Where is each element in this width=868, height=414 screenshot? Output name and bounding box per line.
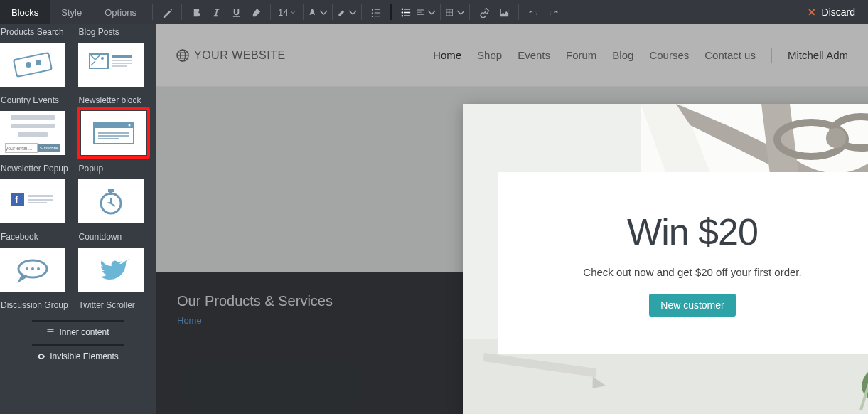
tab-options[interactable]: Options [93, 0, 148, 24]
svg-rect-17 [98, 135, 129, 137]
svg-rect-14 [94, 122, 134, 128]
eraser-icon[interactable] [246, 0, 266, 24]
svg-text:7: 7 [107, 201, 111, 208]
popup-content-card[interactable]: Win $20 Check out now and get $20 off yo… [498, 172, 868, 354]
tab-style[interactable]: Style [50, 0, 93, 24]
editor-toolbar: Blocks Style Options 14 ✕ Discar [0, 0, 868, 24]
underline-icon[interactable] [226, 0, 246, 24]
block-label: Discussion Group [0, 300, 78, 310]
website-canvas: YOUR WEBSITE Home Shop Events Forum Blog… [156, 24, 868, 414]
svg-rect-9 [112, 55, 132, 58]
svg-text:f: f [15, 194, 18, 206]
svg-point-40 [826, 128, 846, 148]
svg-rect-22 [28, 199, 53, 201]
subscribe-preview: Subscribe [38, 144, 61, 152]
align-icon[interactable] [416, 0, 436, 24]
font-color-icon[interactable] [308, 0, 328, 24]
block-twitter-scroller[interactable] [78, 248, 144, 292]
svg-point-0 [402, 8, 403, 9]
font-size-picker[interactable]: 14 [275, 0, 299, 24]
close-icon: ✕ [808, 6, 816, 18]
block-label: Countdown [78, 232, 156, 242]
svg-point-1 [402, 11, 403, 13]
svg-rect-12 [112, 65, 127, 67]
block-newsletter-block[interactable] [78, 43, 144, 87]
discard-label: Discard [822, 6, 855, 18]
italic-icon[interactable] [206, 0, 226, 24]
section-inner-content[interactable]: Inner content [0, 324, 156, 340]
svg-rect-11 [112, 63, 132, 64]
svg-point-5 [26, 62, 31, 68]
popup-cta-button[interactable]: New customer [649, 294, 735, 317]
block-discussion-group[interactable] [0, 248, 65, 292]
svg-rect-21 [28, 195, 53, 197]
svg-point-2 [402, 14, 403, 16]
svg-point-15 [128, 124, 130, 127]
block-label: Products Search [0, 27, 78, 37]
bold-icon[interactable] [186, 0, 206, 24]
image-icon[interactable] [494, 0, 514, 24]
section-invisible-elements[interactable]: Invisible Elements [0, 349, 156, 364]
svg-rect-26 [109, 192, 112, 195]
list-ordered-icon[interactable] [366, 0, 386, 24]
block-facebook[interactable]: f [0, 179, 65, 223]
svg-point-8 [101, 57, 104, 60]
popup-subtitle: Check out now and get $20 off your first… [583, 266, 801, 278]
svg-rect-25 [108, 189, 114, 192]
block-newsletter-popup[interactable]: Subscribe [0, 111, 65, 155]
block-label: Newsletter block [78, 95, 156, 105]
svg-rect-18 [98, 138, 119, 139]
blocks-panel: Products Search Blog Posts Country Event… [0, 24, 156, 414]
undo-icon[interactable] [523, 0, 543, 24]
table-icon[interactable] [445, 0, 465, 24]
block-label: Facebook [0, 232, 78, 242]
editor-tabs: Blocks Style Options [0, 0, 148, 24]
svg-rect-10 [112, 60, 132, 61]
svg-rect-4 [14, 53, 51, 75]
block-countdown[interactable]: 7 [78, 179, 144, 223]
link-icon[interactable] [474, 0, 494, 24]
svg-point-31 [37, 267, 40, 270]
svg-rect-23 [28, 202, 47, 203]
svg-point-29 [26, 267, 28, 270]
discard-button[interactable]: ✕ Discard [795, 0, 868, 24]
tab-blocks[interactable]: Blocks [0, 0, 50, 24]
svg-rect-16 [98, 132, 129, 134]
popup-title: Win $20 [627, 211, 758, 253]
redo-icon[interactable] [543, 0, 563, 24]
block-popup[interactable] [81, 111, 146, 155]
list-bullet-icon[interactable] [396, 0, 416, 24]
highlight-icon[interactable] [337, 0, 357, 24]
magic-icon[interactable] [157, 0, 177, 24]
block-popup-highlighted [77, 107, 151, 159]
svg-point-6 [36, 60, 41, 65]
block-label: Blog Posts [78, 27, 156, 37]
block-label: Twitter Scroller [78, 300, 156, 310]
block-label: Newsletter Popup [0, 164, 78, 174]
block-country-events[interactable] [0, 43, 65, 87]
svg-point-30 [31, 267, 34, 270]
block-label: Popup [78, 164, 156, 174]
promo-popup: × Win $20 Check out now and get $20 off … [463, 104, 868, 414]
email-preview-input [5, 143, 38, 153]
block-label: Country Events [0, 95, 78, 105]
